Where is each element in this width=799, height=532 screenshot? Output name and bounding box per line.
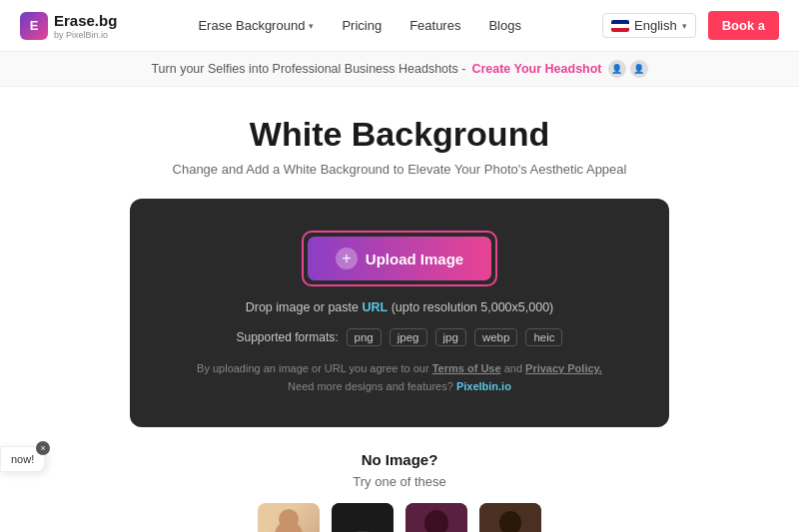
headshot-icon-1: 👤 [608, 60, 626, 78]
nav-blogs[interactable]: Blogs [488, 18, 521, 33]
navbar: E Erase.bg by PixelBin.io Erase Backgrou… [0, 0, 799, 52]
nav-links: Erase Background ▾ Pricing Features Blog… [198, 18, 521, 33]
format-jpg: jpg [435, 328, 466, 346]
sample-image-4[interactable] [479, 503, 541, 532]
main-content: White Background Change and Add a White … [0, 87, 799, 532]
nav-features[interactable]: Features [409, 18, 460, 33]
sample-image-3[interactable] [405, 503, 467, 532]
sample-image-2[interactable] [332, 503, 394, 532]
language-selector[interactable]: English ▾ [602, 13, 696, 38]
terms-link[interactable]: Terms of Use [432, 362, 501, 374]
upload-area: + Upload Image Drop image or paste URL (… [130, 199, 669, 427]
no-image-section: No Image? Try one of these [258, 451, 541, 532]
page-title: White Background [250, 115, 549, 154]
chevron-down-icon: ▾ [309, 21, 314, 31]
pixelbin-link[interactable]: Pixelbin.io [456, 380, 511, 392]
sample-image-1[interactable] [258, 503, 320, 532]
logo-icon: E [20, 12, 48, 40]
headshot-icons: 👤 👤 [608, 60, 648, 78]
terms-text: By uploading an image or URL you agree t… [197, 360, 602, 395]
format-png: png [347, 328, 382, 346]
plus-icon: + [336, 248, 358, 269]
logo-text-group: Erase.bg by PixelBin.io [54, 12, 117, 40]
logo-text-sub: by PixelBin.io [54, 30, 117, 40]
try-text: Try one of these [353, 474, 445, 489]
format-heic: heic [525, 328, 562, 346]
flag-icon [611, 20, 629, 32]
privacy-link[interactable]: Privacy Policy. [525, 362, 602, 374]
headshot-link[interactable]: Create Your Headshot [471, 62, 601, 76]
formats-row: Supported formats: png jpeg jpg webp hei… [237, 328, 563, 346]
book-button[interactable]: Book a [708, 11, 779, 40]
no-image-title: No Image? [362, 451, 438, 468]
sample-images [258, 503, 541, 532]
format-webp: webp [474, 328, 518, 346]
page-subtitle: Change and Add a White Background to Ele… [173, 162, 627, 177]
upload-button[interactable]: + Upload Image [308, 237, 491, 280]
logo-text-main: Erase.bg [54, 12, 117, 29]
logo[interactable]: E Erase.bg by PixelBin.io [20, 12, 117, 40]
format-jpeg: jpeg [390, 328, 427, 346]
url-link[interactable]: URL [362, 300, 388, 314]
nav-right: English ▾ Book a [602, 11, 779, 40]
lang-chevron-icon: ▾ [682, 21, 687, 31]
headshot-icon-2: 👤 [630, 60, 648, 78]
nav-erase-bg[interactable]: Erase Background ▾ [198, 18, 314, 33]
drop-text: Drop image or paste URL (upto resolution… [246, 300, 554, 314]
nav-pricing[interactable]: Pricing [342, 18, 382, 33]
notification-bubble: × now! [0, 446, 45, 472]
announcement-bar: Turn your Selfies into Professional Busi… [0, 52, 799, 87]
upload-button-wrapper: + Upload Image [302, 231, 497, 286]
svg-rect-0 [332, 503, 394, 532]
